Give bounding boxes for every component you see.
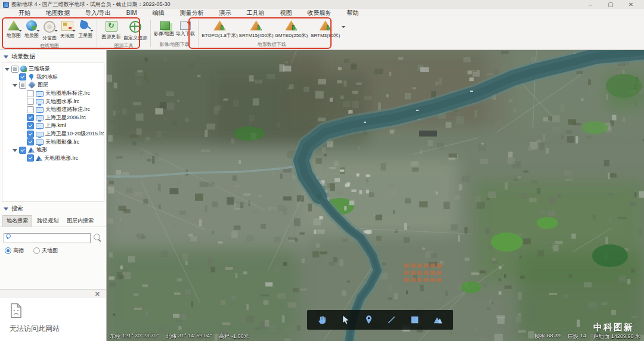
- ribbon-button[interactable]: 导入下载: [175, 19, 196, 38]
- chevron-down-icon[interactable]: [18, 30, 22, 32]
- tree-item[interactable]: 天地图水系.lrc: [2, 97, 104, 106]
- checkbox[interactable]: [27, 154, 34, 162]
- tree-item-label: 天地图影像.lrc: [45, 138, 79, 146]
- tree-item[interactable]: 上海.kml: [2, 122, 104, 130]
- collapse-triangle-icon[interactable]: [4, 207, 8, 210]
- map-viewport[interactable]: 中科图新 东经121° 30′ 23.70″北纬31° 14′ 59.04″高程…: [106, 50, 644, 341]
- maximize-button[interactable]: ▢: [600, 0, 621, 9]
- chevron-down-icon[interactable]: [36, 30, 40, 32]
- collapse-triangle-icon[interactable]: [4, 55, 8, 58]
- expander-icon[interactable]: [13, 148, 17, 153]
- chevron-down-icon[interactable]: [90, 30, 94, 32]
- ribbon-button[interactable]: 分省图: [41, 19, 58, 42]
- close-icon[interactable]: ✕: [95, 291, 100, 297]
- tree-item[interactable]: 我的地标: [2, 73, 104, 82]
- placemark-icon[interactable]: [364, 315, 374, 325]
- status-value: 31° 14′ 59.04″: [178, 333, 212, 340]
- ribbon-button-label: 地形图: [7, 32, 21, 39]
- provider-option[interactable]: 天地图: [33, 247, 58, 255]
- chevron-down-icon[interactable]: [342, 26, 345, 28]
- checkbox[interactable]: [27, 98, 34, 105]
- scene-data-title: 场景数据: [11, 52, 35, 61]
- checkbox[interactable]: [27, 106, 34, 113]
- ribbon-group-terrain-download: ↓ ETOPO(1.8千米) ↓ SRTM15(450米) ↓ GMTED(25…: [201, 17, 342, 49]
- tree-item-label: 天地图地形.lrc: [44, 154, 78, 162]
- ribbon-button[interactable]: 地质图: [23, 19, 41, 39]
- scene-data-header[interactable]: 场景数据: [0, 50, 106, 62]
- checkbox[interactable]: [19, 147, 26, 154]
- close-button[interactable]: ✕: [621, 0, 641, 9]
- satellite-map[interactable]: [106, 50, 644, 341]
- status-bar: 东经121° 30′ 23.70″北纬31° 14′ 59.04″高程-1.00…: [106, 332, 644, 341]
- layer-type-icon: [36, 91, 44, 97]
- search-tab[interactable]: 地名搜索: [2, 215, 32, 227]
- download-badge-icon: ↓: [327, 25, 333, 32]
- layer-type-icon: [36, 107, 44, 113]
- menu-item[interactable]: 测量分析: [172, 9, 212, 17]
- line-icon[interactable]: [386, 315, 397, 325]
- checkbox[interactable]: [27, 90, 34, 97]
- tree-item[interactable]: 地形: [2, 146, 104, 154]
- ribbon-button[interactable]: ↓ SRTM15(450米): [239, 19, 274, 39]
- profile-icon[interactable]: [433, 315, 443, 325]
- tree-item[interactable]: 上海卫星2006.lrc: [2, 114, 104, 122]
- provider-option[interactable]: 高德: [5, 247, 24, 255]
- search-tab[interactable]: 图层内搜索: [63, 216, 97, 227]
- chevron-down-icon[interactable]: [54, 30, 58, 32]
- ribbon-button[interactable]: ↓ ETOPO(1.8千米): [201, 19, 238, 39]
- menu-item[interactable]: 导入/导出: [78, 9, 119, 17]
- ribbon-button[interactable]: 影像/地图: [153, 19, 175, 38]
- menu-item[interactable]: BIM: [119, 9, 145, 17]
- tree-item[interactable]: 三维场景: [2, 65, 104, 73]
- pan-icon[interactable]: [317, 315, 327, 325]
- menu-item[interactable]: 帮助: [339, 9, 367, 17]
- source-tool-icon: [129, 21, 141, 33]
- ribbon-button[interactable]: 自定义图源: [123, 19, 148, 42]
- status-label: 北纬: [166, 333, 177, 340]
- tree-item[interactable]: 上海卫星10-20级2015.lrc: [2, 130, 104, 138]
- search-tab[interactable]: 路径规划: [33, 216, 62, 227]
- select-icon[interactable]: [340, 315, 351, 325]
- layer-tree: 三维场景 我的地标 图层 天地图地标标注.lrc: [2, 63, 104, 202]
- layer-type-icon: [36, 123, 44, 129]
- ribbon-button[interactable]: 卫星图: [76, 19, 94, 39]
- ribbon-button[interactable]: 图源更新: [100, 19, 123, 41]
- tree-item[interactable]: 天地图地形.lrc: [2, 154, 104, 163]
- menu-item[interactable]: 演示: [212, 9, 239, 17]
- panel-close-row: ✕: [0, 289, 106, 298]
- menu-item[interactable]: 编辑: [145, 9, 172, 17]
- tree-item[interactable]: 天地图地标标注.lrc: [2, 89, 104, 98]
- checkbox[interactable]: [27, 122, 34, 129]
- expander-icon[interactable]: [5, 67, 10, 72]
- checkbox[interactable]: [19, 82, 26, 89]
- search-icon[interactable]: [94, 234, 100, 240]
- ribbon-button[interactable]: 天地图: [58, 19, 76, 40]
- ribbon-button[interactable]: ↓ GMTED(250米): [274, 19, 309, 39]
- provider-label: 高德: [13, 247, 24, 255]
- menu-item[interactable]: 地图数据: [38, 9, 78, 17]
- expander-icon[interactable]: [13, 83, 17, 88]
- polygon-icon[interactable]: [410, 315, 420, 325]
- layer-type-icon: [36, 140, 44, 145]
- chevron-down-icon[interactable]: [72, 30, 76, 32]
- status-value: 14: [580, 333, 586, 340]
- ribbon-button[interactable]: 地形图: [5, 19, 23, 39]
- ribbon-button[interactable]: ↓ SRTM3(90米): [308, 19, 342, 39]
- search-input[interactable]: [4, 233, 91, 243]
- checkbox[interactable]: [27, 131, 34, 138]
- menu-item[interactable]: 收费服务: [300, 9, 339, 17]
- minimize-button[interactable]: –: [580, 0, 600, 9]
- search-header[interactable]: 搜索: [0, 202, 106, 214]
- checkbox[interactable]: [27, 138, 34, 145]
- tree-item[interactable]: 天地图影像.lrc: [2, 138, 104, 146]
- radio-icon: [33, 247, 40, 254]
- tree-item[interactable]: 图层: [2, 81, 104, 89]
- menu-item[interactable]: 工具箱: [239, 9, 273, 17]
- status-label: 东经: [110, 333, 120, 340]
- menu-item[interactable]: 视图: [273, 9, 300, 17]
- menu-item[interactable]: 开始: [11, 9, 38, 17]
- checkbox[interactable]: [27, 114, 34, 121]
- checkbox[interactable]: [11, 66, 18, 73]
- checkbox[interactable]: [19, 73, 26, 80]
- tree-item[interactable]: 天地图道路标注.lrc: [2, 106, 104, 114]
